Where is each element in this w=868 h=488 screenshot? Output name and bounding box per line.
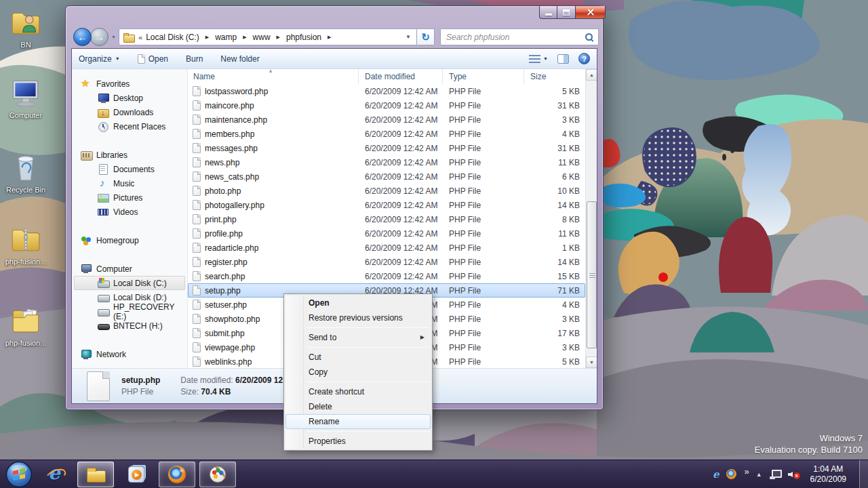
file-row-readarticle-php[interactable]: readarticle.php6/20/2009 12:42 AMPHP Fil…: [188, 241, 585, 255]
disk-icon: [98, 292, 109, 303]
chevron-right-icon[interactable]: ▶: [328, 35, 331, 40]
taskbar-button-internet-explorer[interactable]: [37, 462, 73, 487]
taskbar-button-paint[interactable]: [199, 462, 236, 487]
php-file-icon: [193, 115, 201, 125]
sidebar-group-favorites[interactable]: Favorites: [72, 77, 187, 91]
file-row-photo-php[interactable]: photo.php6/20/2009 12:42 AMPHP File10 KB: [188, 184, 585, 198]
close-button[interactable]: [576, 6, 606, 19]
maximize-button[interactable]: [557, 6, 576, 19]
taskbar-button-windows-explorer[interactable]: [77, 462, 114, 487]
sidebar-item-hp-recovery-e[interactable]: HP_RECOVERY (E:): [74, 304, 185, 319]
history-dropdown-icon[interactable]: ▼: [111, 35, 116, 39]
sidebar-group-network[interactable]: Network: [72, 347, 187, 361]
menu-item-restore-previous-versions[interactable]: Restore previous versions: [285, 310, 431, 325]
menu-item-create-shortcut[interactable]: Create shortcut: [285, 384, 431, 399]
file-row-register-php[interactable]: register.php6/20/2009 12:42 AMPHP File14…: [188, 255, 585, 269]
sidebar-item-music[interactable]: Music: [74, 176, 185, 190]
file-row-profile-php[interactable]: profile.php6/20/2009 12:42 AMPHP File11 …: [188, 226, 585, 241]
clock[interactable]: 1:04 AM 6/20/2009: [808, 464, 849, 485]
sidebar-item-pictures[interactable]: Pictures: [74, 190, 185, 205]
sidebar-item-local-disk-c[interactable]: Local Disk (C:): [74, 276, 185, 290]
file-row-lostpassword-php[interactable]: lostpassword.php6/20/2009 12:42 AMPHP Fi…: [188, 84, 585, 98]
breadcrumb-local-disk-c[interactable]: Local Disk (C:): [144, 33, 201, 42]
file-row-members-php[interactable]: members.php6/20/2009 12:42 AMPHP File4 K…: [188, 127, 585, 141]
address-bar[interactable]: « Local Disk (C:) ▶ wamp ▶ www ▶ phpfusi…: [119, 28, 417, 45]
sidebar-item-desktop[interactable]: Desktop: [74, 91, 185, 105]
menu-item-rename[interactable]: Rename: [285, 414, 431, 429]
column-header-size[interactable]: Size: [524, 69, 585, 84]
views-button[interactable]: ▼: [529, 55, 548, 63]
desktop-icon-bn[interactable]: BN: [0, 5, 52, 49]
breadcrumb-www[interactable]: www: [252, 33, 272, 42]
menu-item-send-to[interactable]: Send to▶: [285, 330, 431, 345]
scroll-down-button[interactable]: ▼: [586, 357, 597, 368]
breadcrumb-phpfusion[interactable]: phpfusion: [285, 33, 323, 42]
desktop-icon-recycle-bin[interactable]: Recycle Bin: [0, 150, 52, 195]
file-row-maincore-php[interactable]: maincore.php6/20/2009 12:42 AMPHP File31…: [188, 98, 585, 113]
sidebar-item-videos[interactable]: Videos: [74, 205, 185, 219]
tray-firefox-icon[interactable]: [726, 469, 736, 479]
refresh-button[interactable]: ↻: [417, 28, 435, 45]
chevron-right-icon[interactable]: ▶: [205, 35, 209, 40]
help-button[interactable]: ?: [578, 53, 590, 64]
file-row-print-php[interactable]: print.php6/20/2009 12:42 AMPHP File8 KB: [188, 212, 585, 226]
sidebar-item-label: Local Disk (D:): [113, 293, 167, 302]
sidebar-item-downloads[interactable]: Downloads: [74, 105, 185, 119]
file-size-cell: 11 KB: [524, 229, 585, 239]
sidebar-gap: [72, 134, 187, 148]
menu-item-properties[interactable]: Properties: [285, 434, 431, 449]
scroll-up-button[interactable]: ▲: [586, 69, 597, 81]
sidebar-group-homegroup[interactable]: Homegroup: [72, 233, 187, 247]
vertical-scrollbar[interactable]: ▲ ▼: [585, 69, 597, 368]
show-desktop-button[interactable]: [859, 460, 868, 488]
document-icon: [98, 164, 109, 175]
breadcrumb-overflow-icon[interactable]: «: [138, 33, 142, 41]
desktop-icon-label: php-fusion...: [0, 339, 52, 348]
tray-overflow-icon[interactable]: »: [744, 466, 748, 476]
sidebar-group-computer[interactable]: Computer: [72, 262, 187, 276]
search-box[interactable]: [440, 28, 599, 45]
minimize-button[interactable]: [539, 6, 557, 19]
new-folder-button[interactable]: New folder: [220, 54, 259, 64]
menu-item-cut[interactable]: Cut: [285, 350, 431, 365]
tray-internet-explorer-icon[interactable]: e: [713, 468, 719, 481]
desktop-icon-php-fusion-folder[interactable]: php-fusion...: [0, 304, 52, 348]
scrollbar-thumb[interactable]: [587, 201, 597, 348]
search-icon[interactable]: [585, 33, 594, 42]
column-header-name[interactable]: Name ▲: [188, 69, 359, 84]
file-row-news-php[interactable]: news.php6/20/2009 12:42 AMPHP File11 KB: [188, 155, 585, 169]
chevron-right-icon[interactable]: ▶: [277, 35, 280, 40]
sidebar-group-libraries[interactable]: Libraries: [72, 148, 187, 162]
search-input[interactable]: [446, 33, 585, 42]
breadcrumb-wamp[interactable]: wamp: [214, 33, 238, 42]
desktop-icon-computer[interactable]: Computer: [0, 76, 52, 120]
open-button[interactable]: Open: [138, 54, 168, 64]
network-icon[interactable]: [770, 470, 781, 479]
menu-item-delete[interactable]: Delete: [285, 399, 431, 414]
chevron-right-icon[interactable]: ▶: [243, 35, 246, 40]
start-button[interactable]: [5, 461, 33, 488]
column-header-type[interactable]: Type: [443, 69, 524, 84]
file-row-maintenance-php[interactable]: maintenance.php6/20/2009 12:42 AMPHP Fil…: [188, 113, 585, 127]
forward-button[interactable]: →: [90, 28, 108, 46]
sidebar-item-recent-places[interactable]: Recent Places: [74, 119, 185, 134]
file-row-search-php[interactable]: search.php6/20/2009 12:42 AMPHP File15 K…: [188, 269, 585, 283]
organize-button[interactable]: Organize ▼: [79, 54, 120, 64]
column-header-date-modified[interactable]: Date modified: [359, 69, 443, 84]
preview-pane-button[interactable]: [557, 54, 569, 64]
back-button[interactable]: ←: [73, 28, 92, 46]
file-row-photogallery-php[interactable]: photogallery.php6/20/2009 12:42 AMPHP Fi…: [188, 198, 585, 212]
sidebar-item-documents[interactable]: Documents: [74, 162, 185, 176]
taskbar-button-media-player[interactable]: [118, 462, 155, 487]
burn-button[interactable]: Burn: [186, 54, 203, 64]
address-dropdown-icon[interactable]: ▼: [406, 34, 414, 40]
desktop-icon-php-fusion-zip[interactable]: php-fusion...: [0, 222, 52, 266]
menu-item-copy[interactable]: Copy: [285, 365, 431, 380]
menu-item-open[interactable]: Open: [285, 296, 431, 310]
show-hidden-icons-button[interactable]: ▲: [756, 471, 762, 478]
file-row-news-cats-php[interactable]: news_cats.php6/20/2009 12:42 AMPHP File6…: [188, 169, 585, 184]
taskbar-button-firefox[interactable]: [159, 462, 195, 487]
volume-muted-icon[interactable]: x: [788, 470, 800, 479]
details-file-type: PHP File: [121, 387, 160, 396]
file-row-messages-php[interactable]: messages.php6/20/2009 12:42 AMPHP File31…: [188, 141, 585, 155]
